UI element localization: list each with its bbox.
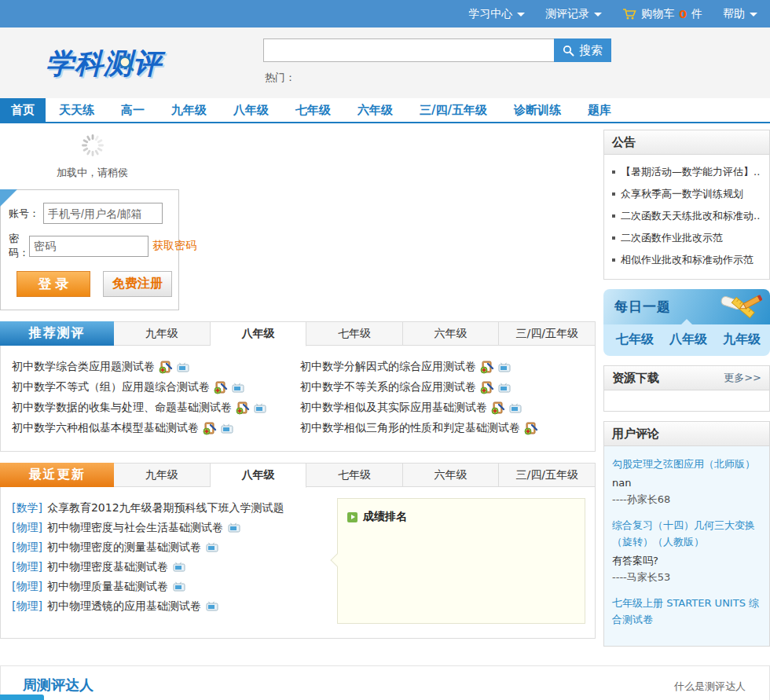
nav-item-home[interactable]: 首页 <box>0 98 46 122</box>
video-icon[interactable] <box>221 423 233 434</box>
ruler-pencil-icon <box>718 292 762 322</box>
announcement-link[interactable]: 相似作业批改和标准动作示范 <box>612 249 763 271</box>
topbar: 学习中心 测评记录 购物车0件 帮助 <box>0 0 770 27</box>
announcement-link[interactable]: 二次函数天天练批改和标准动.. <box>612 205 763 227</box>
video-icon[interactable] <box>206 542 218 552</box>
recent-tab-grade7[interactable]: 七年级 <box>306 463 403 487</box>
subject-tag[interactable]: [物理] <box>12 580 42 594</box>
nav-item-grade8[interactable]: 八年级 <box>220 98 282 122</box>
search-input[interactable] <box>263 38 554 62</box>
test-link[interactable]: 初中物理密度的测量基础测试卷 <box>47 541 201 555</box>
nav-item-diagnosis[interactable]: 诊断训练 <box>500 98 574 122</box>
main-nav: 首页 天天练 高一 九年级 八年级 七年级 六年级 三/四/五年级 诊断训练 题… <box>0 98 770 123</box>
daily-tab-grade7[interactable]: 七年级 <box>616 332 654 348</box>
test-link[interactable]: 初中数学相似及其实际应用基础测试卷 <box>300 401 487 415</box>
record-menu[interactable]: 测评记录 <box>545 7 602 21</box>
help-menu[interactable]: 帮助 <box>723 7 757 21</box>
recommended-tab-grade9[interactable]: 九年级 <box>114 321 211 346</box>
clipboard-add-icon[interactable] <box>236 401 250 415</box>
video-icon[interactable] <box>498 383 511 393</box>
recent-tab-grade345[interactable]: 三/四/五年级 <box>499 463 596 487</box>
comment-test-link[interactable]: 七年级上册 STARTER UNITS 综合测试卷 <box>612 595 761 628</box>
daily-tab-grade9[interactable]: 九年级 <box>723 332 761 348</box>
video-icon[interactable] <box>498 362 511 372</box>
announcement-link[interactable]: 二次函数作业批改示范 <box>612 227 763 249</box>
video-icon[interactable] <box>173 581 185 592</box>
what-is-master-link[interactable]: 什么是测评达人 <box>674 680 746 694</box>
recommended-tab-grade8[interactable]: 八年级 <box>211 321 307 346</box>
clipboard-add-icon[interactable] <box>214 380 228 394</box>
nav-item-grade345[interactable]: 三/四/五年级 <box>406 98 500 122</box>
clipboard-add-icon[interactable] <box>524 421 538 435</box>
video-icon[interactable] <box>177 362 189 372</box>
resources-title: 资源下载 <box>612 371 659 386</box>
subject-tag[interactable]: [数学] <box>12 501 42 515</box>
account-field[interactable] <box>43 203 163 224</box>
nav-item-grade7[interactable]: 七年级 <box>282 98 344 122</box>
register-button[interactable]: 免费注册 <box>103 271 172 297</box>
subject-tag[interactable]: [物理] <box>12 560 42 574</box>
test-link[interactable]: 初中数学不等式（组）应用题综合测试卷 <box>12 380 210 394</box>
video-icon[interactable] <box>232 383 244 393</box>
password-field[interactable] <box>29 236 148 257</box>
nav-item-grade10[interactable]: 高一 <box>108 98 158 122</box>
test-link[interactable]: 初中数学六种相似基本模型基础测试卷 <box>12 421 199 435</box>
recommended-tab-grade345[interactable]: 三/四/五年级 <box>499 321 596 346</box>
video-icon[interactable] <box>173 562 185 572</box>
nav-item-grade9[interactable]: 九年级 <box>158 98 220 122</box>
daily-tab-grade8[interactable]: 八年级 <box>669 332 707 348</box>
clipboard-add-icon[interactable] <box>203 421 217 435</box>
recent-tab-grade6[interactable]: 六年级 <box>403 463 500 487</box>
clipboard-add-icon[interactable] <box>159 360 173 374</box>
test-link[interactable]: 众享教育2012九年级暑期预科线下班入学测试题 <box>47 501 284 515</box>
daily-question-title[interactable]: 每日一题 <box>614 298 671 316</box>
video-icon[interactable] <box>509 403 522 413</box>
search-button[interactable]: 搜索 <box>554 38 611 62</box>
resources-body <box>604 390 769 411</box>
site-logo[interactable]: 学科测评 <box>46 45 162 83</box>
recent-tab-grade8[interactable]: 八年级 <box>211 463 307 488</box>
video-icon[interactable] <box>254 403 266 413</box>
video-icon[interactable] <box>228 522 240 533</box>
recent-title: 最近更新 <box>0 463 114 487</box>
test-link[interactable]: 初中物理质量基础测试卷 <box>47 580 168 594</box>
clipboard-add-icon[interactable] <box>480 380 494 394</box>
recent-tab-grade9[interactable]: 九年级 <box>114 463 211 487</box>
recent-item: [物理] 初中物理密度与社会生活基础测试卷 <box>12 518 326 537</box>
test-link[interactable]: 初中数学相似三角形的性质和判定基础测试卷 <box>300 421 520 435</box>
square-bullet-icon <box>612 192 615 196</box>
recommended-tab-grade7[interactable]: 七年级 <box>306 321 403 346</box>
comments-panel: 用户评论 勾股定理之弦图应用（北师版） nan ----孙家长68 综合复习（十… <box>603 421 770 647</box>
ranking-tail-decoration <box>331 554 344 567</box>
test-link[interactable]: 初中物理透镜的应用基础测试卷 <box>47 599 201 614</box>
subject-tag[interactable]: [物理] <box>12 541 42 555</box>
test-link[interactable]: 初中数学分解因式的综合应用测试卷 <box>300 360 476 374</box>
ranking-panel: 成绩排名 <box>337 498 585 624</box>
comment-test-link[interactable]: 勾股定理之弦图应用（北师版） <box>612 456 761 472</box>
search-icon <box>563 45 574 57</box>
test-link[interactable]: 初中数学数据的收集与处理、命题基础测试卷 <box>12 401 232 415</box>
get-password-link[interactable]: 获取密码 <box>152 239 196 253</box>
cart-link[interactable]: 购物车0件 <box>622 7 702 21</box>
learning-center-menu[interactable]: 学习中心 <box>468 7 525 21</box>
clipboard-add-icon[interactable] <box>491 401 505 415</box>
nav-item-question-bank[interactable]: 题库 <box>574 98 625 122</box>
nav-item-daily-practice[interactable]: 天天练 <box>46 98 108 122</box>
subject-tag[interactable]: [物理] <box>12 599 42 614</box>
comment-author: ----马家长53 <box>612 569 761 585</box>
test-link[interactable]: 初中数学不等关系的综合应用测试卷 <box>300 380 476 394</box>
test-link[interactable]: 初中物理密度与社会生活基础测试卷 <box>47 521 223 535</box>
test-link[interactable]: 初中数学综合类应用题测试卷 <box>12 360 155 374</box>
login-button[interactable]: 登 录 <box>16 271 90 297</box>
clipboard-add-icon[interactable] <box>480 360 494 374</box>
announcement-text: 【暑期活动—数学能力评估】.. <box>621 161 760 183</box>
video-icon[interactable] <box>206 601 218 611</box>
more-link[interactable]: 更多>> <box>724 371 761 385</box>
nav-item-grade6[interactable]: 六年级 <box>344 98 406 122</box>
subject-tag[interactable]: [物理] <box>12 521 42 535</box>
test-link[interactable]: 初中物理密度基础测试卷 <box>47 560 168 574</box>
announcement-link[interactable]: 【暑期活动—数学能力评估】.. <box>612 161 763 183</box>
comment-test-link[interactable]: 综合复习（十四）几何三大变换（旋转）（人教版） <box>612 517 761 550</box>
recommended-tab-grade6[interactable]: 六年级 <box>403 321 500 346</box>
announcement-link[interactable]: 众享秋季高一数学训练规划 <box>612 183 763 205</box>
